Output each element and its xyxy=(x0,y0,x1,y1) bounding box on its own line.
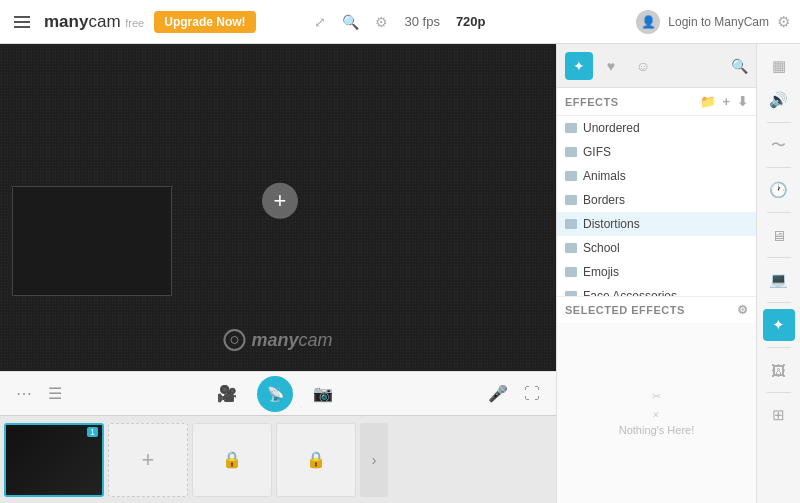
upgrade-button[interactable]: Upgrade Now! xyxy=(154,11,255,33)
effect-item-borders[interactable]: Borders xyxy=(557,188,756,212)
se-settings-icon[interactable]: ⚙ xyxy=(737,303,749,317)
menu-button[interactable] xyxy=(10,12,34,32)
tab-favorites[interactable]: ♥ xyxy=(597,52,625,80)
effects-title: EFFECTS xyxy=(565,96,619,108)
fr-icon-image[interactable]: 🖼 xyxy=(763,354,795,386)
fr-divider-5 xyxy=(767,302,791,303)
add-folder-icon[interactable]: 📁 xyxy=(700,94,717,109)
effect-label: Animals xyxy=(583,169,626,183)
add-effect-icon[interactable]: + xyxy=(722,94,730,109)
login-button[interactable]: Login to ManyCam xyxy=(668,15,769,29)
fr-icon-wave[interactable]: 〜 xyxy=(763,129,795,161)
free-label: free xyxy=(125,17,144,29)
effects-header: EFFECTS 📁 + ⬇ xyxy=(557,88,756,116)
more-icon[interactable]: ⋯ xyxy=(16,384,32,403)
scene-1-number: 1 xyxy=(87,427,98,437)
topbar-left: manycam free Upgrade Now! xyxy=(10,11,314,33)
selected-effects-area: ✂ ✕ Nothing's Here! xyxy=(557,323,756,503)
fr-divider-6 xyxy=(767,347,791,348)
tab-effects[interactable]: ✦ xyxy=(565,52,593,80)
vc-right: 🎤 ⛶ xyxy=(488,384,540,403)
fr-divider-4 xyxy=(767,257,791,258)
fr-divider-7 xyxy=(767,392,791,393)
scene-lock-1[interactable]: 🔒 xyxy=(192,423,272,497)
folder-icon xyxy=(565,123,577,133)
camera-icon[interactable]: 🎥 xyxy=(217,384,237,403)
pip-window[interactable] xyxy=(12,186,172,296)
scene-strip: 1 + 🔒 🔒 › xyxy=(0,415,556,503)
selected-effects-header: SELECTED EFFECTS ⚙ xyxy=(557,296,756,323)
vc-left: ⋯ ☰ xyxy=(16,384,62,403)
fr-icon-grid2[interactable]: ⊞ xyxy=(763,399,795,431)
fr-icon-clock[interactable]: 🕐 xyxy=(763,174,795,206)
effect-item-animals[interactable]: Animals xyxy=(557,164,756,188)
effect-label: Distortions xyxy=(583,217,640,231)
next-icon: › xyxy=(372,452,377,468)
fr-icon-effects-active[interactable]: ✦ xyxy=(763,309,795,341)
fr-icon-monitor[interactable]: 💻 xyxy=(763,264,795,296)
settings-gear-icon[interactable]: ⚙ xyxy=(777,13,790,31)
settings-icon[interactable]: ⚙ xyxy=(375,14,388,30)
zoom-icon[interactable]: 🔍 xyxy=(342,14,359,30)
lock-icon-2: 🔒 xyxy=(306,450,326,469)
folder-icon xyxy=(565,171,577,181)
vc-center: 🎥 📡 📷 xyxy=(217,376,333,412)
main-area: + manycam ⋯ ☰ 🎥 📡 📷 🎤 ⛶ xyxy=(0,44,800,503)
fr-divider-3 xyxy=(767,212,791,213)
crop-icon[interactable]: ⤢ xyxy=(314,14,326,30)
search-icon[interactable]: 🔍 xyxy=(731,58,748,74)
fr-divider-2 xyxy=(767,167,791,168)
effect-label: School xyxy=(583,241,620,255)
layers-icon[interactable]: ☰ xyxy=(48,384,62,403)
effect-label: Borders xyxy=(583,193,625,207)
fr-divider-1 xyxy=(767,122,791,123)
nothing-here-label: Nothing's Here! xyxy=(619,424,694,436)
effect-item-school[interactable]: School xyxy=(557,236,756,260)
fullscreen-icon[interactable]: ⛶ xyxy=(524,385,540,403)
fr-icon-grid[interactable]: ▦ xyxy=(763,50,795,82)
effect-label: Face Accessories xyxy=(583,289,677,296)
watermark: manycam xyxy=(223,329,332,351)
app-logo: manycam free xyxy=(44,12,144,32)
folder-icon xyxy=(565,219,577,229)
fr-icon-screen[interactable]: 🖥 xyxy=(763,219,795,251)
add-scene-icon: + xyxy=(142,447,155,473)
lock-icon-1: 🔒 xyxy=(222,450,242,469)
effect-item-face-accessories[interactable]: Face Accessories xyxy=(557,284,756,296)
effect-item-gifs[interactable]: GIFS xyxy=(557,140,756,164)
folder-icon xyxy=(565,267,577,277)
effect-item-unordered[interactable]: Unordered xyxy=(557,116,756,140)
video-controls: ⋯ ☰ 🎥 📡 📷 🎤 ⛶ xyxy=(0,371,556,415)
right-panel-tabs: ✦ ♥ ☺ 🔍 xyxy=(557,44,756,88)
fr-icon-volume[interactable]: 🔊 xyxy=(763,84,795,116)
folder-icon xyxy=(565,195,577,205)
add-scene-button[interactable]: + xyxy=(108,423,188,497)
broadcast-button[interactable]: 📡 xyxy=(257,376,293,412)
effect-item-emojis[interactable]: Emojis xyxy=(557,260,756,284)
mic-icon[interactable]: 🎤 xyxy=(488,384,508,403)
effect-label: Emojis xyxy=(583,265,619,279)
download-effect-icon[interactable]: ⬇ xyxy=(737,94,749,109)
topbar-center: ⤢ 🔍 ⚙ 30 fps 720p xyxy=(314,14,485,30)
scene-lock-2[interactable]: 🔒 xyxy=(276,423,356,497)
topbar: manycam free Upgrade Now! ⤢ 🔍 ⚙ 30 fps 7… xyxy=(0,0,800,44)
far-right-sidebar: ▦ 🔊 〜 🕐 🖥 💻 ✦ 🖼 ⊞ xyxy=(756,44,800,503)
folder-icon xyxy=(565,147,577,157)
effect-item-distortions[interactable]: Distortions xyxy=(557,212,756,236)
right-panel: ✦ ♥ ☺ 🔍 EFFECTS 📁 + ⬇ Unordered GIFS xyxy=(556,44,756,503)
photo-icon[interactable]: 📷 xyxy=(313,384,333,403)
scene-next-button[interactable]: › xyxy=(360,423,388,497)
effect-label: Unordered xyxy=(583,121,640,135)
video-canvas: + manycam xyxy=(0,44,556,371)
add-pip-button[interactable]: + xyxy=(262,182,298,218)
tab-face[interactable]: ☺ xyxy=(629,52,657,80)
video-section: + manycam ⋯ ☰ 🎥 📡 📷 🎤 ⛶ xyxy=(0,44,556,503)
user-avatar: 👤 xyxy=(636,10,660,34)
effect-label: GIFS xyxy=(583,145,611,159)
fps-display: 30 fps xyxy=(404,14,439,29)
topbar-right: 👤 Login to ManyCam ⚙ xyxy=(486,10,790,34)
selected-effects-title: SELECTED EFFECTS xyxy=(565,304,685,316)
effects-header-icons: 📁 + ⬇ xyxy=(700,94,748,109)
scene-1-thumb[interactable]: 1 xyxy=(4,423,104,497)
effects-list: Unordered GIFS Animals Borders Distortio… xyxy=(557,116,756,296)
